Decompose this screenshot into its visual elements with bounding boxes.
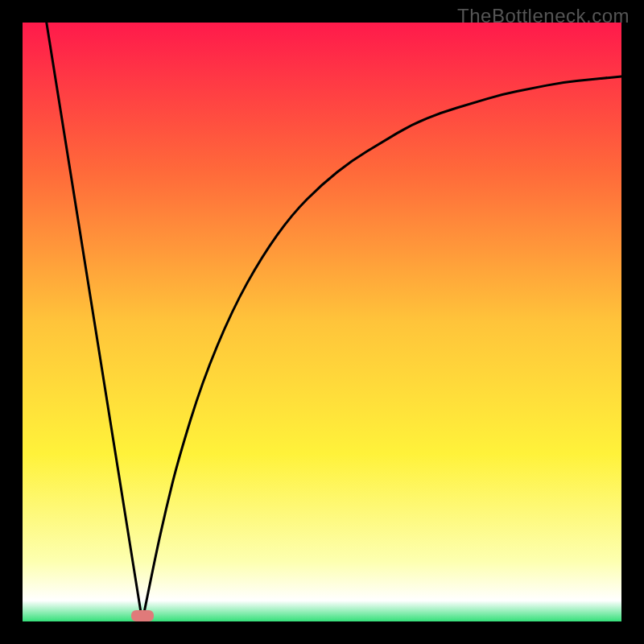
- chart-canvas: [23, 23, 621, 621]
- minimum-marker: [131, 610, 154, 621]
- chart-container: TheBottleneck.com: [0, 0, 644, 644]
- plot-area: [23, 23, 621, 621]
- watermark-text: TheBottleneck.com: [457, 5, 630, 27]
